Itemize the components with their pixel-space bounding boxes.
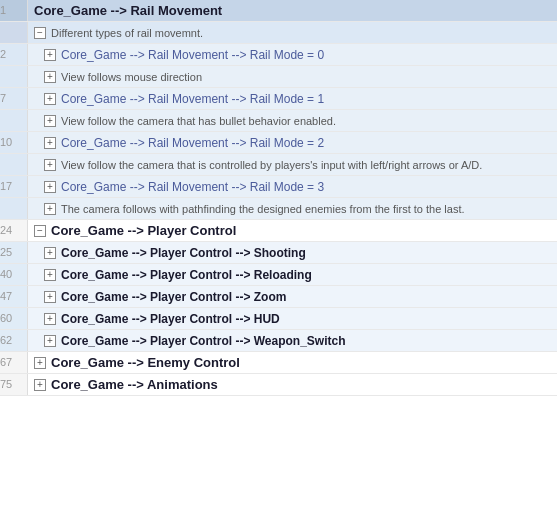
row-content: +Core_Game --> Animations	[28, 374, 557, 395]
expand-icon[interactable]: +	[44, 203, 56, 215]
tree-container: 1Core_Game --> Rail Movement−Different t…	[0, 0, 557, 396]
line-number	[0, 22, 28, 43]
tree-row[interactable]: +View follow the camera that has bullet …	[0, 110, 557, 132]
line-number: 7	[0, 88, 28, 109]
line-number: 60	[0, 308, 28, 329]
row-content: +Core_Game --> Rail Movement --> Rail Mo…	[28, 44, 557, 65]
line-number: 47	[0, 286, 28, 307]
expand-icon[interactable]: +	[44, 71, 56, 83]
row-content: +Core_Game --> Rail Movement --> Rail Mo…	[28, 176, 557, 197]
expand-icon[interactable]: +	[44, 247, 56, 259]
row-title: Core_Game --> Rail Movement --> Rail Mod…	[61, 180, 324, 194]
tree-row[interactable]: 67+Core_Game --> Enemy Control	[0, 352, 557, 374]
line-number: 25	[0, 242, 28, 263]
collapse-icon[interactable]: −	[34, 27, 46, 39]
row-content: +Core_Game --> Player Control --> Zoom	[28, 286, 557, 307]
tree-row[interactable]: 1Core_Game --> Rail Movement	[0, 0, 557, 22]
tree-row[interactable]: 2+Core_Game --> Rail Movement --> Rail M…	[0, 44, 557, 66]
tree-row[interactable]: 75+Core_Game --> Animations	[0, 374, 557, 396]
expand-icon[interactable]: +	[44, 269, 56, 281]
row-title: Core_Game --> Rail Movement	[34, 3, 222, 18]
row-title: View follows mouse direction	[61, 71, 202, 83]
row-content: +Core_Game --> Rail Movement --> Rail Mo…	[28, 132, 557, 153]
row-content: +The camera follows with pathfinding the…	[28, 198, 557, 219]
row-content: +View follow the camera that is controll…	[28, 154, 557, 175]
tree-row[interactable]: 25+Core_Game --> Player Control --> Shoo…	[0, 242, 557, 264]
row-title: View follow the camera that has bullet b…	[61, 115, 336, 127]
row-content: +Core_Game --> Player Control --> Shooti…	[28, 242, 557, 263]
expand-icon[interactable]: +	[44, 335, 56, 347]
line-number: 67	[0, 352, 28, 373]
row-content: +Core_Game --> Rail Movement --> Rail Mo…	[28, 88, 557, 109]
tree-row[interactable]: 40+Core_Game --> Player Control --> Relo…	[0, 264, 557, 286]
expand-icon[interactable]: +	[44, 291, 56, 303]
row-content: +View follows mouse direction	[28, 66, 557, 87]
line-number: 10	[0, 132, 28, 153]
row-title: Core_Game --> Animations	[51, 377, 218, 392]
expand-icon[interactable]: +	[44, 159, 56, 171]
line-number	[0, 198, 28, 219]
tree-row[interactable]: 7+Core_Game --> Rail Movement --> Rail M…	[0, 88, 557, 110]
tree-row[interactable]: +View follows mouse direction	[0, 66, 557, 88]
row-title: View follow the camera that is controlle…	[61, 159, 482, 171]
expand-icon[interactable]: +	[44, 313, 56, 325]
row-title: Core_Game --> Player Control	[51, 223, 236, 238]
expand-icon[interactable]: +	[34, 379, 46, 391]
row-title: Core_Game --> Player Control --> Shootin…	[61, 246, 306, 260]
tree-row[interactable]: 17+Core_Game --> Rail Movement --> Rail …	[0, 176, 557, 198]
line-number: 24	[0, 220, 28, 241]
expand-icon[interactable]: +	[44, 115, 56, 127]
collapse-icon[interactable]: −	[34, 225, 46, 237]
row-title: The camera follows with pathfinding the …	[61, 203, 465, 215]
row-title: Core_Game --> Rail Movement --> Rail Mod…	[61, 92, 324, 106]
row-content: −Different types of rail movemnt.	[28, 22, 557, 43]
row-content: −Core_Game --> Player Control	[28, 220, 557, 241]
row-content: +Core_Game --> Enemy Control	[28, 352, 557, 373]
line-number: 2	[0, 44, 28, 65]
expand-icon[interactable]: +	[34, 357, 46, 369]
row-title: Core_Game --> Player Control --> Reloadi…	[61, 268, 312, 282]
tree-row[interactable]: +The camera follows with pathfinding the…	[0, 198, 557, 220]
row-content: +Core_Game --> Player Control --> Weapon…	[28, 330, 557, 351]
row-title: Different types of rail movemnt.	[51, 27, 203, 39]
row-title: Core_Game --> Rail Movement --> Rail Mod…	[61, 48, 324, 62]
line-number	[0, 66, 28, 87]
line-number: 75	[0, 374, 28, 395]
row-title: Core_Game --> Player Control --> Weapon_…	[61, 334, 346, 348]
tree-row[interactable]: 10+Core_Game --> Rail Movement --> Rail …	[0, 132, 557, 154]
expand-icon[interactable]: +	[44, 137, 56, 149]
line-number: 1	[0, 0, 28, 21]
row-content: Core_Game --> Rail Movement	[28, 0, 557, 21]
expand-icon[interactable]: +	[44, 93, 56, 105]
row-content: +Core_Game --> Player Control --> Reload…	[28, 264, 557, 285]
tree-row[interactable]: 60+Core_Game --> Player Control --> HUD	[0, 308, 557, 330]
row-content: +Core_Game --> Player Control --> HUD	[28, 308, 557, 329]
line-number	[0, 154, 28, 175]
row-title: Core_Game --> Player Control --> HUD	[61, 312, 280, 326]
row-content: +View follow the camera that has bullet …	[28, 110, 557, 131]
row-title: Core_Game --> Enemy Control	[51, 355, 240, 370]
tree-row[interactable]: 47+Core_Game --> Player Control --> Zoom	[0, 286, 557, 308]
tree-row[interactable]: +View follow the camera that is controll…	[0, 154, 557, 176]
row-title: Core_Game --> Rail Movement --> Rail Mod…	[61, 136, 324, 150]
expand-icon[interactable]: +	[44, 181, 56, 193]
expand-icon[interactable]: +	[44, 49, 56, 61]
line-number	[0, 110, 28, 131]
tree-row[interactable]: 62+Core_Game --> Player Control --> Weap…	[0, 330, 557, 352]
tree-row[interactable]: −Different types of rail movemnt.	[0, 22, 557, 44]
line-number: 62	[0, 330, 28, 351]
line-number: 40	[0, 264, 28, 285]
tree-row[interactable]: 24−Core_Game --> Player Control	[0, 220, 557, 242]
line-number: 17	[0, 176, 28, 197]
row-title: Core_Game --> Player Control --> Zoom	[61, 290, 286, 304]
